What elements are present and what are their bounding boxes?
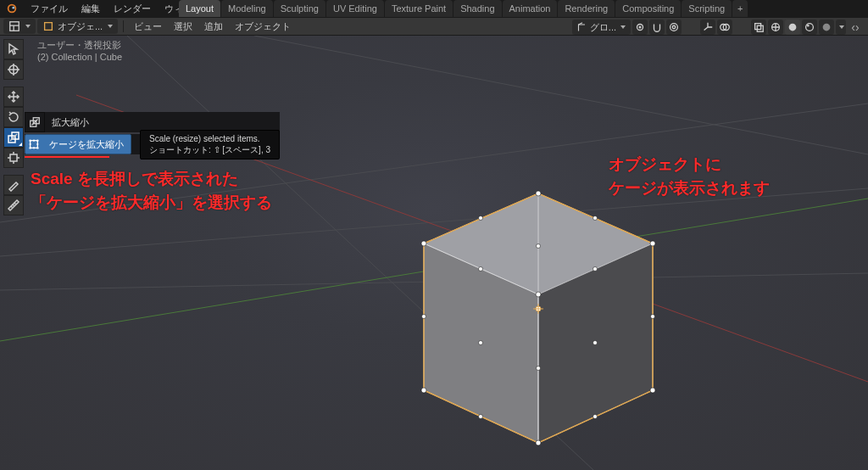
svg-point-44 (537, 366, 541, 371)
shading-options-dropdown[interactable] (836, 20, 846, 35)
annotation-underline (25, 156, 109, 158)
svg-rect-5 (45, 23, 53, 31)
tab-sculpting[interactable]: Sculpting (274, 0, 326, 17)
tool-annotate[interactable] (3, 175, 24, 195)
menu-edit[interactable]: 編集 (75, 0, 107, 17)
pivot-dropdown-icon[interactable] (632, 20, 648, 35)
tab-layout[interactable]: Layout (179, 0, 220, 17)
svg-point-80 (36, 143, 38, 145)
tool-cursor[interactable] (3, 59, 24, 80)
scale-icon (25, 112, 45, 132)
xray-toggle-icon[interactable] (751, 20, 766, 35)
svg-point-46 (593, 415, 598, 419)
tab-shading[interactable]: Shading (453, 0, 501, 17)
header-menu-object[interactable]: オブジェクト (230, 19, 296, 34)
svg-rect-2 (10, 22, 19, 31)
annotation-left: Scale を長押しで表示された 「ケージを拡大縮小」を選択する (31, 167, 272, 215)
svg-point-75 (29, 147, 31, 148)
tooltip-title: Scale (resize) selected items. (149, 133, 270, 144)
svg-point-48 (479, 341, 483, 345)
tool-transform[interactable] (3, 148, 24, 168)
svg-point-36 (650, 388, 655, 393)
svg-point-76 (36, 147, 38, 148)
separator (123, 20, 124, 32)
header-right-controls: グロ... (572, 18, 863, 36)
svg-point-79 (30, 143, 31, 145)
region-toggle-icon[interactable] (848, 20, 863, 35)
svg-point-1 (12, 7, 14, 9)
svg-point-77 (33, 140, 35, 142)
shading-rendered-icon[interactable] (819, 20, 834, 35)
svg-point-0 (8, 5, 16, 13)
tool-measure[interactable] (3, 195, 24, 215)
svg-point-47 (537, 244, 541, 249)
svg-point-33 (650, 241, 655, 246)
viewport-3d[interactable]: ユーザー・透視投影 (2) Collection | Cube (0, 36, 868, 470)
workspace-tabs: Layout Modeling Sculpting UV Editing Tex… (179, 0, 748, 17)
svg-line-68 (14, 203, 16, 204)
submenu-item-scale-cage-label: ケージを拡大縮小 (42, 138, 131, 151)
tab-rendering[interactable]: Rendering (558, 0, 615, 17)
tab-uv-editing[interactable]: UV Editing (326, 0, 384, 17)
editor-type-dropdown[interactable] (3, 19, 36, 34)
tool-scale[interactable] (3, 127, 24, 148)
shading-solid-icon[interactable] (785, 20, 800, 35)
separator (683, 20, 698, 35)
tool-scale-submenu: 拡大縮小 ケージを拡大縮小 Scale (resize) selected it… (25, 112, 280, 158)
header-menu-view[interactable]: ビュー (129, 19, 167, 34)
annotation-right-line1: オブジェクトに (609, 153, 770, 176)
svg-point-73 (29, 139, 31, 141)
svg-line-22 (254, 36, 868, 154)
viewport-scene (0, 36, 868, 470)
header-menu-select[interactable]: 選択 (169, 19, 198, 34)
proportional-icon[interactable] (666, 20, 682, 35)
submenu-item-scale-label: 拡大縮小 (45, 116, 97, 129)
tab-texture-paint[interactable]: Texture Paint (385, 0, 453, 17)
svg-point-45 (479, 415, 483, 419)
svg-rect-72 (31, 141, 38, 148)
tab-animation[interactable]: Animation (503, 0, 558, 17)
viewport-info-line1: ユーザー・透視投影 (37, 39, 122, 51)
tool-rotate[interactable] (3, 107, 24, 127)
svg-point-8 (670, 24, 678, 31)
svg-point-38 (479, 216, 483, 221)
tab-compositing[interactable]: Compositing (615, 0, 681, 17)
svg-point-31 (421, 241, 426, 246)
svg-point-16 (806, 24, 814, 31)
tab-scripting[interactable]: Scripting (682, 0, 732, 17)
svg-point-39 (593, 216, 598, 221)
menu-file[interactable]: ファイル (24, 0, 75, 17)
orientation-label: グロ... (590, 20, 616, 35)
scene-cube (421, 191, 655, 445)
tool-select-box[interactable] (3, 39, 24, 59)
overlay-toggle-icon[interactable] (717, 20, 732, 35)
orientation-dropdown[interactable]: グロ... (572, 20, 631, 35)
svg-point-18 (823, 24, 831, 31)
tool-move[interactable] (3, 87, 24, 107)
menu-render[interactable]: レンダー (107, 0, 158, 17)
shading-matprev-icon[interactable] (802, 20, 817, 35)
tooltip-shortcut: ショートカット: ⇧ [スペース], 3 (149, 144, 270, 155)
tab-modeling[interactable]: Modeling (221, 0, 273, 17)
header-menu-add[interactable]: 追加 (199, 19, 228, 34)
submenu-item-scale-cage[interactable]: ケージを拡大縮小 Scale (resize) selected items. … (25, 134, 280, 154)
svg-point-78 (33, 147, 35, 148)
scale-cage-icon (25, 134, 42, 154)
svg-point-35 (421, 388, 426, 393)
svg-point-32 (536, 191, 541, 196)
svg-point-43 (651, 315, 655, 319)
svg-rect-12 (755, 24, 761, 30)
gizmo-toggle-icon[interactable] (700, 20, 715, 35)
svg-rect-61 (10, 154, 17, 161)
annotation-left-line1: Scale を長押しで表示された (31, 167, 272, 191)
mode-dropdown[interactable]: オブジェ... (37, 19, 118, 34)
annotation-right-line2: ケージが表示されます (609, 176, 770, 200)
shading-wire-icon[interactable] (768, 20, 783, 35)
snap-dropdown-icon[interactable] (649, 20, 665, 35)
svg-point-42 (422, 315, 426, 319)
svg-point-49 (593, 341, 598, 345)
svg-point-41 (593, 267, 598, 271)
svg-line-66 (11, 206, 13, 208)
tab-add[interactable]: + (732, 0, 748, 17)
svg-point-15 (789, 24, 797, 31)
